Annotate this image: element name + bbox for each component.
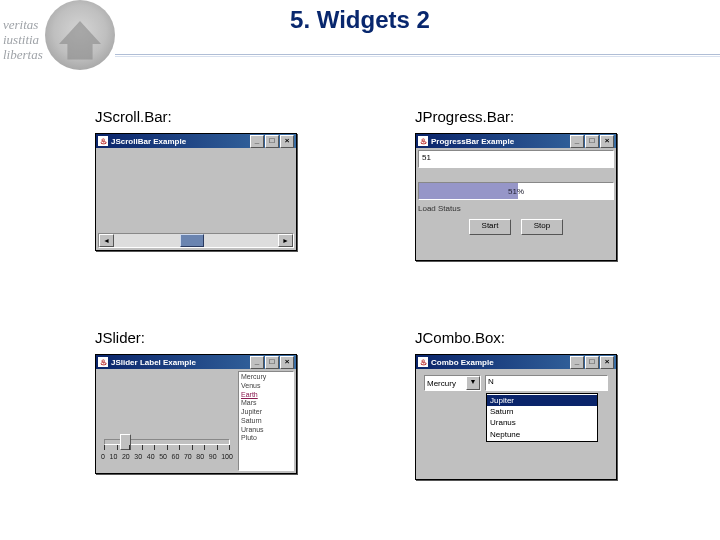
window-title: JSlider Label Example (111, 358, 250, 367)
combo-dropdown[interactable]: Jupiter Saturn Uranus Neptune (486, 393, 598, 442)
stop-button[interactable]: Stop (521, 219, 563, 235)
window-jscrollbar: ♨ JScrollBar Example _ □ × ◄ ► (95, 133, 297, 251)
list-item[interactable]: Venus (241, 382, 291, 391)
scroll-left-button[interactable]: ◄ (99, 234, 114, 247)
slider-ticks (104, 445, 230, 450)
window-jprogressbar: ♨ ProgressBar Example _ □ × 51 51% Load … (415, 133, 617, 261)
close-button[interactable]: × (280, 356, 294, 369)
progress-label: Load Status (418, 204, 614, 213)
combo-arrow-icon[interactable]: ▼ (466, 376, 480, 390)
close-button[interactable]: × (600, 135, 614, 148)
maximize-button[interactable]: □ (265, 135, 279, 148)
combo-selected: Mercury (425, 379, 466, 388)
scroll-track[interactable] (114, 234, 278, 247)
scroll-thumb[interactable] (180, 234, 204, 247)
maximize-button[interactable]: □ (265, 356, 279, 369)
titlebar[interactable]: ♨ ProgressBar Example _ □ × (416, 134, 616, 148)
close-button[interactable]: × (600, 356, 614, 369)
label-jprogressbar: JProgress.Bar: (415, 108, 665, 125)
progress-percent: 51% (419, 183, 613, 199)
java-icon: ♨ (98, 136, 108, 146)
progress-value-field: 51 (418, 150, 614, 168)
list-item[interactable]: Jupiter (241, 408, 291, 417)
text-field[interactable]: N (485, 375, 608, 391)
scroll-right-button[interactable]: ► (278, 234, 293, 247)
list-item[interactable]: Earth (241, 391, 291, 400)
titlebar[interactable]: ♨ JSlider Label Example _ □ × (96, 355, 296, 369)
dropdown-item[interactable]: Jupiter (487, 395, 597, 406)
list-item[interactable]: Uranus (241, 426, 291, 435)
start-button[interactable]: Start (469, 219, 511, 235)
titlebar[interactable]: ♨ Combo Example _ □ × (416, 355, 616, 369)
list-item[interactable]: Saturn (241, 417, 291, 426)
minimize-button[interactable]: _ (250, 135, 264, 148)
dropdown-item[interactable]: Uranus (487, 417, 597, 428)
window-jcombobox: ♨ Combo Example _ □ × Mercury ▼ N (415, 354, 617, 480)
list-item[interactable]: Pluto (241, 434, 291, 443)
window-title: JScrollBar Example (111, 137, 250, 146)
list-item[interactable]: Mercury (241, 373, 291, 382)
window-title: Combo Example (431, 358, 570, 367)
window-title: ProgressBar Example (431, 137, 570, 146)
dropdown-item[interactable]: Neptune (487, 429, 597, 440)
java-icon: ♨ (418, 136, 428, 146)
slider-area: 010 2030 4050 6070 8090 100 (98, 371, 236, 471)
java-icon: ♨ (418, 357, 428, 367)
title-underline-2 (115, 56, 720, 57)
label-jscrollbar: JScroll.Bar: (95, 108, 345, 125)
slider-tick-labels: 010 2030 4050 6070 8090 100 (101, 453, 233, 460)
java-icon: ♨ (98, 357, 108, 367)
minimize-button[interactable]: _ (250, 356, 264, 369)
dropdown-item[interactable]: Saturn (487, 406, 597, 417)
horizontal-scrollbar[interactable]: ◄ ► (98, 233, 294, 248)
page-title: 5. Widgets 2 (0, 6, 720, 34)
minimize-button[interactable]: _ (570, 356, 584, 369)
maximize-button[interactable]: □ (585, 356, 599, 369)
titlebar[interactable]: ♨ JScrollBar Example _ □ × (96, 134, 296, 148)
planet-list[interactable]: Mercury Venus Earth Mars Jupiter Saturn … (238, 371, 294, 471)
combo-box[interactable]: Mercury ▼ (424, 375, 481, 391)
title-underline (115, 54, 720, 55)
list-item[interactable]: Mars (241, 399, 291, 408)
maximize-button[interactable]: □ (585, 135, 599, 148)
window-jslider: ♨ JSlider Label Example _ □ × (95, 354, 297, 474)
label-jcombobox: JCombo.Box: (415, 329, 665, 346)
close-button[interactable]: × (280, 135, 294, 148)
progress-bar: 51% (418, 182, 614, 200)
minimize-button[interactable]: _ (570, 135, 584, 148)
label-jslider: JSlider: (95, 329, 345, 346)
